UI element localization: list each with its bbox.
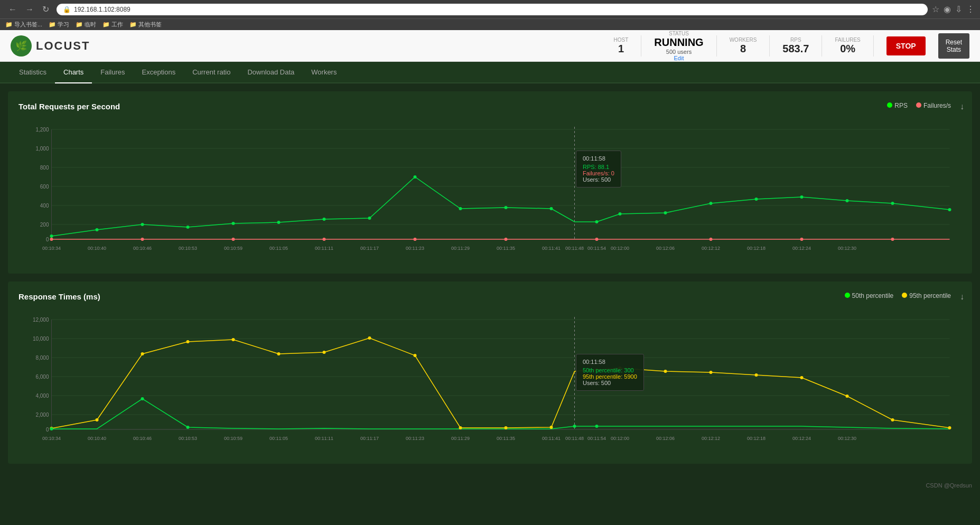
svg-point-22 <box>277 221 281 224</box>
response-download-icon[interactable]: ↓ <box>960 292 964 302</box>
address-bar[interactable]: 🔒 192.168.1.102:8089 <box>57 4 928 15</box>
svg-point-38 <box>50 238 53 241</box>
svg-point-98 <box>619 367 622 370</box>
footer-text: CSDN @Qredsun <box>926 482 972 489</box>
logo: 🌿 LOCUST <box>11 35 614 57</box>
svg-text:2,000: 2,000 <box>35 412 49 418</box>
tab-statistics[interactable]: Statistics <box>11 62 55 83</box>
50th-legend-item: 50th percentile <box>845 292 894 299</box>
svg-point-29 <box>595 220 599 223</box>
menu-icon[interactable]: ⋮ <box>966 4 975 14</box>
svg-text:4,000: 4,000 <box>35 393 49 399</box>
refresh-button[interactable]: ↻ <box>39 3 52 15</box>
svg-point-37 <box>948 208 951 211</box>
edit-link[interactable]: Edit <box>654 55 703 61</box>
nav-tabs: Statistics Charts Failures Exceptions Cu… <box>0 62 980 83</box>
tab-exceptions[interactable]: Exceptions <box>134 62 184 83</box>
svg-point-39 <box>141 238 144 241</box>
svg-text:00:12:06: 00:12:06 <box>656 246 675 251</box>
failures-stat: FAILURES 0% <box>835 37 860 55</box>
svg-text:1,200: 1,200 <box>35 127 49 133</box>
bookmarks-bar: 📁 导入书签... 📁 学习 📁 临时 📁 工作 📁 其他书签 <box>0 18 980 30</box>
svg-point-93 <box>414 354 417 357</box>
rps-chart-wrapper: 1,200 1,000 800 600 400 200 0 <box>18 119 962 263</box>
svg-point-102 <box>800 376 804 379</box>
svg-text:00:12:06: 00:12:06 <box>656 436 675 441</box>
svg-point-23 <box>323 218 326 221</box>
browser-actions: ☆ ◉ ⇩ ⋮ <box>932 4 975 14</box>
svg-point-101 <box>755 373 758 377</box>
reset-stats-button[interactable]: ResetStats <box>938 33 969 59</box>
svg-point-95 <box>505 426 508 429</box>
svg-text:10,000: 10,000 <box>33 336 49 342</box>
tab-failures[interactable]: Failures <box>92 62 133 83</box>
bookmark-study[interactable]: 📁 学习 <box>49 21 69 29</box>
svg-point-43 <box>505 238 508 241</box>
download-icon[interactable]: ⇩ <box>955 4 962 14</box>
svg-point-30 <box>619 212 622 215</box>
svg-point-19 <box>141 223 144 226</box>
svg-point-32 <box>710 202 713 205</box>
rps-stat: RPS 583.7 <box>782 37 809 55</box>
svg-text:00:11:48: 00:11:48 <box>565 246 584 251</box>
extension-icon[interactable]: ◉ <box>944 4 951 14</box>
tab-charts[interactable]: Charts <box>55 62 92 83</box>
svg-point-94 <box>459 426 462 429</box>
bookmark-import[interactable]: 📁 导入书签... <box>5 21 42 29</box>
svg-text:00:11:35: 00:11:35 <box>497 246 515 251</box>
svg-text:6,000: 6,000 <box>35 374 49 380</box>
svg-point-90 <box>277 352 281 355</box>
svg-text:800: 800 <box>40 165 49 171</box>
svg-text:00:11:23: 00:11:23 <box>406 436 424 441</box>
svg-text:00:10:59: 00:10:59 <box>224 246 242 251</box>
response-chart-title: Response Times (ms) <box>18 292 962 301</box>
svg-point-104 <box>891 418 894 421</box>
svg-text:00:12:30: 00:12:30 <box>838 436 856 441</box>
bookmark-temp[interactable]: 📁 临时 <box>76 21 96 29</box>
forward-button[interactable]: → <box>22 3 37 15</box>
50th-legend-dot <box>845 293 850 298</box>
svg-text:00:11:41: 00:11:41 <box>542 246 561 251</box>
svg-point-97 <box>595 368 599 371</box>
svg-text:00:11:41: 00:11:41 <box>542 436 561 441</box>
response-chart-container: Response Times (ms) 50th percentile 95th… <box>8 282 972 464</box>
svg-text:00:11:11: 00:11:11 <box>315 436 333 441</box>
bookmark-other[interactable]: 📁 其他书签 <box>129 21 162 29</box>
tab-current-ratio[interactable]: Current ratio <box>184 62 239 83</box>
failures-legend-dot <box>916 102 921 108</box>
rps-chart-title: Total Requests per Second <box>18 102 962 111</box>
svg-point-28 <box>550 207 553 210</box>
response-chart-legend: 50th percentile 95th percentile <box>845 292 951 299</box>
svg-point-87 <box>141 352 144 355</box>
svg-point-96 <box>550 426 553 429</box>
svg-text:00:11:54: 00:11:54 <box>587 436 606 441</box>
status-stat: STATUS RUNNING 500 users Edit <box>654 31 703 61</box>
svg-point-18 <box>96 228 99 231</box>
workers-stat: WORKERS 8 <box>730 37 757 55</box>
svg-text:00:11:05: 00:11:05 <box>269 246 288 251</box>
back-button[interactable]: ← <box>5 3 20 15</box>
bookmark-work[interactable]: 📁 工作 <box>102 21 123 29</box>
stop-button[interactable]: STOP <box>886 36 926 55</box>
svg-text:00:10:59: 00:10:59 <box>224 436 242 441</box>
bookmark-icon[interactable]: ☆ <box>932 4 939 14</box>
rps-download-icon[interactable]: ↓ <box>960 102 964 111</box>
tab-workers[interactable]: Workers <box>303 62 345 83</box>
svg-point-46 <box>800 238 804 241</box>
tab-download-data[interactable]: Download Data <box>239 62 303 83</box>
svg-point-100 <box>710 371 713 374</box>
svg-text:00:12:18: 00:12:18 <box>747 246 766 251</box>
failures-legend-item: Failures/s <box>916 102 951 109</box>
svg-point-25 <box>414 175 417 179</box>
svg-text:0: 0 <box>46 427 49 433</box>
svg-text:00:11:11: 00:11:11 <box>315 246 333 251</box>
svg-point-99 <box>664 370 667 373</box>
svg-text:00:10:34: 00:10:34 <box>42 436 61 441</box>
rps-legend-dot <box>887 102 892 108</box>
host-stat: HOST 1 <box>614 37 629 55</box>
svg-point-91 <box>323 351 326 354</box>
svg-point-33 <box>755 198 758 201</box>
svg-text:00:12:24: 00:12:24 <box>792 246 811 251</box>
divider-4 <box>822 35 822 57</box>
footer: CSDN @Qredsun <box>0 480 980 491</box>
